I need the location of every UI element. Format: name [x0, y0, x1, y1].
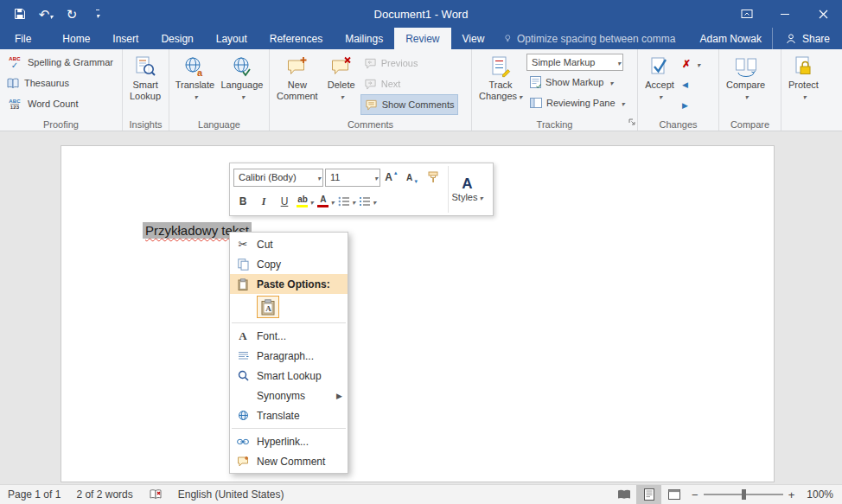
reviewing-pane-button[interactable]: Reviewing Pane: [526, 93, 628, 113]
dialog-launcher-icon: [628, 118, 635, 125]
track-changes-button[interactable]: Track Changes: [475, 52, 526, 103]
page-indicator[interactable]: Page 1 of 1: [0, 485, 68, 504]
menu-item-translate[interactable]: Translate: [230, 405, 348, 425]
styles-button[interactable]: Styles: [448, 166, 486, 213]
font-color-icon: A: [317, 195, 329, 207]
new-comment-button[interactable]: New Comment: [272, 52, 322, 102]
accept-button[interactable]: Accept: [641, 52, 679, 103]
tab-design[interactable]: Design: [150, 28, 204, 49]
font-color-button[interactable]: A: [316, 192, 335, 211]
previous-comment-button[interactable]: Previous: [360, 53, 459, 73]
italic-button[interactable]: I: [254, 192, 273, 211]
grow-font-button[interactable]: A▲: [382, 168, 401, 187]
word-count-button[interactable]: ABC123 Word Count: [3, 93, 117, 114]
tell-me-box[interactable]: Optimize spacing between comma: [495, 28, 684, 49]
zoom-out-button[interactable]: −: [686, 488, 704, 501]
protect-button[interactable]: Protect: [784, 52, 823, 103]
account-name[interactable]: Adam Nowak: [690, 28, 772, 49]
tab-layout[interactable]: Layout: [205, 28, 258, 49]
document-area[interactable]: Przykładowy tekst Calibri (Body) 11 A▲ A…: [0, 131, 842, 484]
menu-item-copy[interactable]: Copy: [230, 254, 348, 274]
thesaurus-button[interactable]: Thesaurus: [3, 73, 117, 93]
thesaurus-label: Thesaurus: [24, 78, 69, 88]
mini-toolbar: Calibri (Body) 11 A▲ A▼ B I: [229, 163, 494, 216]
language-indicator[interactable]: English (United States): [170, 485, 292, 504]
keep-source-formatting-button[interactable]: A: [257, 296, 279, 318]
reject-button[interactable]: ✗: [679, 54, 704, 74]
delete-comment-button[interactable]: Delete: [322, 52, 360, 103]
group-label-changes: Changes: [638, 119, 718, 130]
track-changes-label-1: Track: [488, 80, 512, 91]
tab-insert[interactable]: Insert: [101, 28, 150, 49]
show-markup-button[interactable]: Show Markup: [526, 72, 628, 93]
customize-qat-button[interactable]: [85, 3, 111, 25]
smart-lookup-button[interactable]: Smart Lookup: [125, 52, 165, 102]
tab-mailings[interactable]: Mailings: [334, 28, 394, 49]
highlight-button[interactable]: ab: [296, 192, 315, 211]
minimize-icon: [781, 14, 789, 15]
tab-references[interactable]: References: [258, 28, 334, 49]
minimize-button[interactable]: [766, 0, 804, 28]
numbering-button[interactable]: [358, 192, 377, 211]
compare-button[interactable]: Compare: [722, 52, 769, 103]
print-layout-button[interactable]: [636, 485, 661, 504]
previous-change-button[interactable]: ◀: [679, 74, 704, 95]
word-count-indicator[interactable]: 2 of 2 words: [68, 485, 140, 504]
zoom-level[interactable]: 100%: [800, 488, 842, 501]
customize-qat-icon: [96, 10, 99, 19]
format-painter-button[interactable]: [424, 168, 443, 187]
next-change-button[interactable]: ▶: [679, 95, 704, 116]
bold-button[interactable]: B: [233, 192, 252, 211]
tab-view[interactable]: View: [451, 28, 496, 49]
language-button[interactable]: Language: [218, 52, 266, 103]
tab-review[interactable]: Review: [394, 28, 450, 49]
font-size-select[interactable]: 11: [325, 169, 380, 187]
translate-button[interactable]: a Translate: [172, 52, 218, 103]
svg-text:a: a: [197, 67, 203, 78]
zoom-in-button[interactable]: +: [783, 488, 801, 501]
protect-icon: [792, 55, 814, 78]
chevron-down-icon: [617, 57, 621, 67]
menu-item-synonyms[interactable]: Synonyms ▶: [230, 386, 348, 405]
menu-item-font[interactable]: A Font...: [230, 326, 348, 346]
menu-item-hyperlink[interactable]: Hyperlink...: [230, 431, 348, 451]
menu-item-new-comment[interactable]: New Comment: [230, 451, 348, 471]
display-for-review-select[interactable]: Simple Markup: [526, 54, 623, 71]
numbering-icon: [359, 196, 371, 207]
triangle-down-icon: ▼: [413, 179, 418, 184]
cut-label: Cut: [257, 239, 273, 251]
synonyms-label: Synonyms: [257, 390, 305, 402]
tab-file[interactable]: File: [0, 28, 46, 49]
show-comments-icon: [365, 99, 378, 111]
menu-item-smart-lookup[interactable]: Smart Lookup: [230, 366, 348, 386]
tab-home[interactable]: Home: [51, 28, 101, 49]
undo-button[interactable]: ↶: [33, 3, 59, 25]
chevron-down-icon: [49, 7, 53, 22]
zoom-slider[interactable]: [704, 494, 783, 495]
chevron-down-icon: [330, 195, 334, 207]
redo-button[interactable]: ↻: [59, 3, 85, 25]
next-comment-button[interactable]: Next: [360, 73, 459, 94]
save-button[interactable]: [7, 3, 33, 25]
web-layout-button[interactable]: [661, 485, 686, 504]
shrink-font-button[interactable]: A▼: [403, 168, 422, 187]
proofing-status-button[interactable]: [141, 485, 170, 504]
bullets-button[interactable]: [337, 192, 356, 211]
share-button[interactable]: Share: [772, 28, 842, 49]
zoom-slider-thumb[interactable]: [742, 489, 746, 500]
spelling-grammar-button[interactable]: ABC✓ Spelling & Grammar: [3, 52, 117, 73]
menu-item-cut[interactable]: ✂ Cut: [230, 234, 348, 254]
ribbon-display-options-button[interactable]: [728, 0, 766, 28]
close-button[interactable]: [804, 0, 842, 28]
chevron-down-icon: [341, 91, 344, 103]
tracking-dialog-launcher[interactable]: [628, 113, 635, 129]
spelling-grammar-label: Spelling & Grammar: [28, 57, 113, 67]
menu-item-paragraph[interactable]: Paragraph...: [230, 346, 348, 366]
font-dialog-icon: A: [239, 329, 246, 343]
underline-button[interactable]: U: [275, 192, 294, 211]
show-comments-button[interactable]: Show Comments: [360, 94, 459, 115]
chevron-down-icon: [317, 172, 321, 182]
read-mode-button[interactable]: [611, 485, 636, 504]
save-icon: [14, 8, 26, 20]
font-name-select[interactable]: Calibri (Body): [233, 169, 323, 187]
